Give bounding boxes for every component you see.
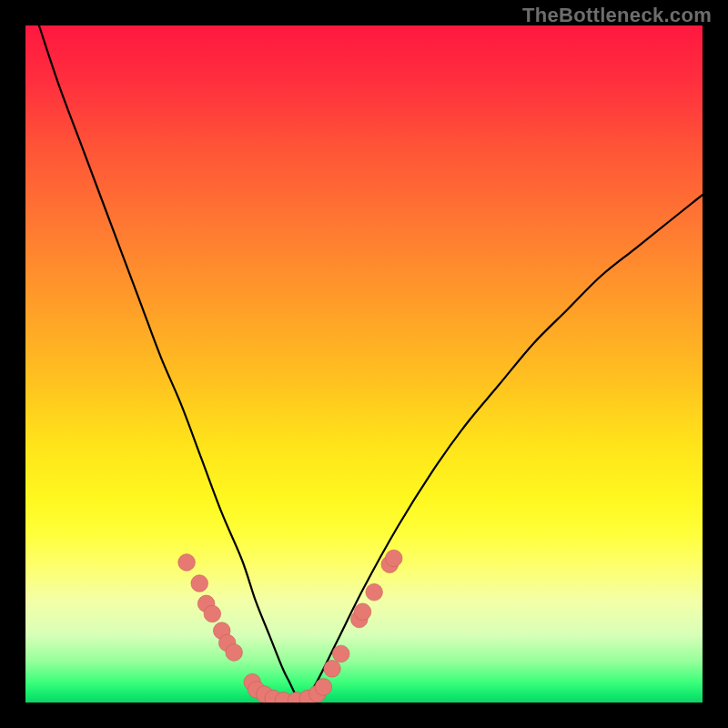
plot-area (25, 25, 703, 703)
data-marker (332, 645, 349, 662)
chart-frame: TheBottleneck.com (0, 0, 728, 728)
data-marker (354, 603, 371, 621)
watermark-text: TheBottleneck.com (522, 4, 712, 27)
data-marker (366, 583, 383, 601)
data-marker (204, 605, 221, 622)
data-marker (315, 679, 332, 696)
data-marker (191, 575, 208, 592)
data-marker (324, 661, 341, 678)
chart-svg (25, 25, 703, 703)
marker-group (178, 550, 402, 703)
bottleneck-curve-path (39, 25, 703, 703)
data-marker (385, 550, 402, 567)
data-marker (226, 644, 243, 662)
data-marker (178, 554, 196, 571)
